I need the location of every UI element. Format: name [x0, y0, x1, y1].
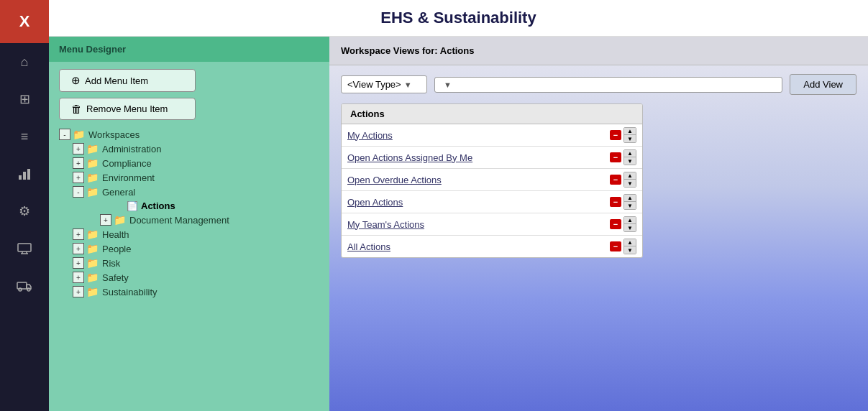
folder-icon-risk: 📁	[86, 257, 99, 269]
tree-label-sustainability: Sustainability	[102, 287, 157, 297]
tree-toggle-administration[interactable]: +	[73, 143, 84, 154]
tree-item-administration[interactable]: + 📁 Administration	[73, 142, 319, 156]
add-menu-item-button[interactable]: ⊕ Add Menu Item	[59, 69, 196, 92]
down-open-overdue-actions[interactable]: ▼	[624, 180, 636, 187]
tree-toggle-risk[interactable]: +	[73, 257, 84, 269]
tree-toggle-safety[interactable]: +	[73, 272, 84, 283]
tree-item-health[interactable]: + 📁 Health	[73, 227, 319, 241]
updown-my-teams-actions: ▲ ▼	[623, 216, 636, 232]
remove-row-my-actions[interactable]: −	[610, 130, 621, 140]
remove-row-all-actions[interactable]: −	[610, 241, 621, 251]
remove-row-my-teams-actions[interactable]: −	[610, 219, 621, 229]
remove-row-open-actions[interactable]: −	[610, 197, 621, 207]
tree-label-administration: Administration	[102, 144, 161, 154]
settings-icon[interactable]: ⚙	[0, 193, 49, 230]
folder-icon-environment: 📁	[86, 172, 99, 183]
actions-table: Actions My Actions − ▲ ▼ Open Actions As…	[341, 103, 643, 258]
tree-label-general: General	[102, 187, 135, 198]
down-open-actions[interactable]: ▼	[624, 202, 636, 209]
grid-icon[interactable]: ⊞	[0, 80, 49, 118]
actions-table-header: Actions	[342, 104, 642, 124]
updown-open-overdue-actions: ▲ ▼	[623, 172, 636, 188]
up-open-actions[interactable]: ▲	[624, 195, 636, 202]
workspace-header: Workspace Views for: Actions	[329, 37, 868, 65]
folder-icon-people: 📁	[86, 243, 99, 254]
table-row: Open Actions Assigned By Me − ▲ ▼	[342, 147, 642, 169]
file-icon-actions: 📄	[127, 201, 137, 211]
tree-toggle-general[interactable]: -	[73, 186, 84, 198]
tree-item-risk[interactable]: + 📁 Risk	[73, 256, 319, 270]
tree-item-people[interactable]: + 📁 People	[73, 241, 319, 256]
chevron-down-icon-viewname: ▼	[444, 80, 452, 89]
home-icon[interactable]: ⌂	[0, 43, 49, 80]
tree-item-environment[interactable]: + 📁 Environment	[73, 170, 319, 185]
folder-icon-health: 📁	[86, 228, 99, 240]
tree-toggle-people[interactable]: +	[73, 243, 84, 254]
row-label-my-actions[interactable]: My Actions	[347, 130, 610, 141]
tree-toggle-compliance[interactable]: +	[73, 157, 84, 169]
row-label-all-actions[interactable]: All Actions	[347, 241, 610, 252]
up-my-teams-actions[interactable]: ▲	[624, 217, 636, 224]
remove-menu-item-button[interactable]: 🗑 Remove Menu Item	[59, 98, 196, 120]
tree-label-compliance: Compliance	[102, 158, 152, 169]
folder-icon-workspaces: 📁	[73, 129, 85, 140]
menu-designer-header: Menu Designer	[49, 37, 329, 62]
row-label-open-overdue-actions[interactable]: Open Overdue Actions	[347, 175, 610, 185]
list-icon[interactable]: ≡	[0, 118, 49, 155]
remove-row-open-actions-assigned[interactable]: −	[610, 152, 621, 162]
tree-item-workspaces[interactable]: - 📁 Workspaces	[59, 127, 319, 142]
folder-icon-safety: 📁	[86, 272, 99, 283]
nav-bar: X ⌂ ⊞ ≡ ⚙	[0, 0, 49, 411]
row-actions-all-actions: − ▲ ▼	[610, 239, 636, 254]
table-row: My Actions − ▲ ▼	[342, 124, 642, 147]
folder-icon-compliance: 📁	[86, 157, 99, 169]
main-area: Menu Designer ⊕ Add Menu Item 🗑 Remove M…	[49, 37, 868, 411]
tree-item-general[interactable]: - 📁 General	[73, 185, 319, 199]
svg-rect-1	[23, 172, 26, 180]
row-label-open-actions-assigned[interactable]: Open Actions Assigned By Me	[347, 152, 610, 163]
tree-toggle-environment[interactable]: +	[73, 172, 84, 183]
chart-icon[interactable]	[0, 155, 49, 193]
tree-toggle-document-management[interactable]: +	[100, 214, 111, 226]
add-view-button[interactable]: Add View	[790, 74, 856, 95]
tree-toggle-workspaces[interactable]: -	[59, 129, 70, 140]
tree-item-actions[interactable]: 📄 Actions	[114, 199, 319, 213]
down-my-actions[interactable]: ▼	[624, 135, 636, 142]
svg-rect-7	[17, 282, 27, 289]
app-title: EHS & Sustainability	[380, 9, 536, 27]
tree-toggle-sustainability[interactable]: +	[73, 286, 84, 297]
tree-label-workspaces: Workspaces	[88, 129, 140, 140]
up-all-actions[interactable]: ▲	[624, 239, 636, 246]
tree-item-safety[interactable]: + 📁 Safety	[73, 270, 319, 285]
remove-row-open-overdue-actions[interactable]: −	[610, 175, 621, 185]
view-type-dropdown[interactable]: <View Type> ▼	[341, 75, 427, 93]
down-my-teams-actions[interactable]: ▼	[624, 224, 636, 231]
tree-label-people: People	[102, 244, 131, 254]
up-open-actions-assigned[interactable]: ▲	[624, 150, 636, 157]
up-my-actions[interactable]: ▲	[624, 128, 636, 135]
down-all-actions[interactable]: ▼	[624, 246, 636, 254]
tree-item-sustainability[interactable]: + 📁 Sustainability	[73, 285, 319, 299]
svg-point-9	[27, 288, 30, 291]
tree-label-health: Health	[102, 229, 129, 240]
truck-icon[interactable]	[0, 267, 49, 305]
workspace-toolbar: <View Type> ▼ ▼ Add View	[329, 65, 868, 103]
tree-label-actions: Actions	[141, 200, 175, 211]
tree-item-document-management[interactable]: + 📁 Document Management	[100, 213, 319, 227]
view-name-dropdown[interactable]: ▼	[434, 77, 782, 93]
tree-label-safety: Safety	[102, 272, 129, 283]
down-open-actions-assigned[interactable]: ▼	[624, 157, 636, 165]
tree-toggle-health[interactable]: +	[73, 228, 84, 240]
row-actions-my-actions: − ▲ ▼	[610, 127, 636, 143]
row-actions-open-overdue-actions: − ▲ ▼	[610, 172, 636, 188]
updown-my-actions: ▲ ▼	[623, 127, 636, 143]
up-open-overdue-actions[interactable]: ▲	[624, 172, 636, 180]
monitor-icon[interactable]	[0, 230, 49, 267]
row-label-my-teams-actions[interactable]: My Team's Actions	[347, 219, 610, 230]
menu-designer-body: ⊕ Add Menu Item 🗑 Remove Menu Item - 📁 W…	[49, 62, 329, 411]
app-logo: X	[0, 0, 49, 43]
menu-designer-panel: Menu Designer ⊕ Add Menu Item 🗑 Remove M…	[49, 37, 329, 411]
row-label-open-actions[interactable]: Open Actions	[347, 197, 610, 208]
table-row: My Team's Actions − ▲ ▼	[342, 213, 642, 236]
tree-item-compliance[interactable]: + 📁 Compliance	[73, 156, 319, 170]
